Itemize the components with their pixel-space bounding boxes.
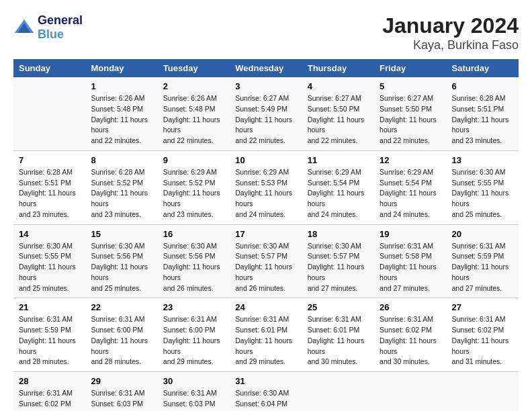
day-info: Sunrise: 6:29 AMSunset: 5:54 PMDaylight:… <box>308 167 369 220</box>
day-number: 5 <box>380 81 441 91</box>
calendar-cell: 30Sunrise: 6:31 AMSunset: 6:03 PMDayligh… <box>158 372 230 412</box>
day-number: 2 <box>163 81 224 91</box>
day-info: Sunrise: 6:31 AMSunset: 6:00 PMDaylight:… <box>163 314 224 367</box>
day-number: 12 <box>380 155 441 165</box>
day-number: 1 <box>91 81 152 91</box>
day-info: Sunrise: 6:31 AMSunset: 6:03 PMDaylight:… <box>163 388 224 411</box>
calendar-cell: 29Sunrise: 6:31 AMSunset: 6:03 PMDayligh… <box>85 372 157 412</box>
day-info: Sunrise: 6:29 AMSunset: 5:52 PMDaylight:… <box>163 167 224 220</box>
calendar-cell: 13Sunrise: 6:30 AMSunset: 5:55 PMDayligh… <box>447 150 519 224</box>
day-number: 29 <box>91 376 152 386</box>
day-info: Sunrise: 6:30 AMSunset: 5:55 PMDaylight:… <box>452 167 513 220</box>
calendar-cell <box>302 372 374 412</box>
calendar-cell: 11Sunrise: 6:29 AMSunset: 5:54 PMDayligh… <box>302 150 374 224</box>
day-number: 10 <box>235 155 296 165</box>
calendar-cell: 21Sunrise: 6:31 AMSunset: 5:59 PMDayligh… <box>13 298 85 372</box>
calendar-day-header: Sunday <box>13 59 85 77</box>
day-info: Sunrise: 6:31 AMSunset: 5:58 PMDaylight:… <box>380 241 441 294</box>
calendar-cell: 24Sunrise: 6:31 AMSunset: 6:01 PMDayligh… <box>230 298 302 372</box>
day-info: Sunrise: 6:30 AMSunset: 5:56 PMDaylight:… <box>163 241 224 294</box>
day-info: Sunrise: 6:31 AMSunset: 6:02 PMDaylight:… <box>380 314 441 367</box>
day-number: 16 <box>163 229 224 239</box>
calendar-cell: 18Sunrise: 6:30 AMSunset: 5:57 PMDayligh… <box>302 224 374 298</box>
calendar-week-row: 1Sunrise: 6:26 AMSunset: 5:48 PMDaylight… <box>13 77 519 150</box>
day-info: Sunrise: 6:26 AMSunset: 5:48 PMDaylight:… <box>91 93 152 146</box>
calendar-cell: 28Sunrise: 6:31 AMSunset: 6:02 PMDayligh… <box>13 372 85 412</box>
day-number: 22 <box>91 302 152 312</box>
calendar-day-header: Wednesday <box>230 59 302 77</box>
calendar-cell: 5Sunrise: 6:27 AMSunset: 5:50 PMDaylight… <box>374 77 446 150</box>
calendar-week-row: 7Sunrise: 6:28 AMSunset: 5:51 PMDaylight… <box>13 150 519 224</box>
page-subtitle: Kaya, Burkina Faso <box>382 38 519 52</box>
calendar-cell: 7Sunrise: 6:28 AMSunset: 5:51 PMDaylight… <box>13 150 85 224</box>
calendar-cell: 22Sunrise: 6:31 AMSunset: 6:00 PMDayligh… <box>85 298 157 372</box>
day-info: Sunrise: 6:31 AMSunset: 6:02 PMDaylight:… <box>19 388 80 411</box>
calendar-week-row: 14Sunrise: 6:30 AMSunset: 5:55 PMDayligh… <box>13 224 519 298</box>
calendar-cell: 20Sunrise: 6:31 AMSunset: 5:59 PMDayligh… <box>447 224 519 298</box>
day-info: Sunrise: 6:30 AMSunset: 5:57 PMDaylight:… <box>235 241 296 294</box>
day-info: Sunrise: 6:28 AMSunset: 5:51 PMDaylight:… <box>452 93 513 146</box>
calendar-cell: 2Sunrise: 6:26 AMSunset: 5:48 PMDaylight… <box>158 77 230 150</box>
day-info: Sunrise: 6:27 AMSunset: 5:50 PMDaylight:… <box>380 93 441 146</box>
calendar-cell: 25Sunrise: 6:31 AMSunset: 6:01 PMDayligh… <box>302 298 374 372</box>
page-title: January 2024 <box>382 13 519 38</box>
day-number: 28 <box>19 376 80 386</box>
calendar-cell: 19Sunrise: 6:31 AMSunset: 5:58 PMDayligh… <box>374 224 446 298</box>
calendar-cell: 23Sunrise: 6:31 AMSunset: 6:00 PMDayligh… <box>158 298 230 372</box>
day-info: Sunrise: 6:30 AMSunset: 6:04 PMDaylight:… <box>235 388 296 411</box>
day-number: 3 <box>235 81 296 91</box>
day-number: 6 <box>452 81 513 91</box>
day-number: 13 <box>452 155 513 165</box>
page-header: General Blue January 2024 Kaya, Burkina … <box>13 13 519 52</box>
day-number: 14 <box>19 229 80 239</box>
day-number: 19 <box>380 229 441 239</box>
calendar-cell: 3Sunrise: 6:27 AMSunset: 5:49 PMDaylight… <box>230 77 302 150</box>
calendar-cell: 17Sunrise: 6:30 AMSunset: 5:57 PMDayligh… <box>230 224 302 298</box>
calendar-day-header: Friday <box>374 59 446 77</box>
day-number: 24 <box>235 302 296 312</box>
calendar-cell: 14Sunrise: 6:30 AMSunset: 5:55 PMDayligh… <box>13 224 85 298</box>
day-info: Sunrise: 6:31 AMSunset: 6:01 PMDaylight:… <box>308 314 369 367</box>
calendar-cell: 8Sunrise: 6:28 AMSunset: 5:52 PMDaylight… <box>85 150 157 224</box>
calendar-cell: 26Sunrise: 6:31 AMSunset: 6:02 PMDayligh… <box>374 298 446 372</box>
day-number: 20 <box>452 229 513 239</box>
day-info: Sunrise: 6:31 AMSunset: 5:59 PMDaylight:… <box>452 241 513 294</box>
calendar-cell <box>374 372 446 412</box>
logo: General Blue <box>13 13 83 42</box>
day-number: 27 <box>452 302 513 312</box>
calendar-day-header: Tuesday <box>158 59 230 77</box>
day-info: Sunrise: 6:31 AMSunset: 6:00 PMDaylight:… <box>91 314 152 367</box>
day-number: 11 <box>308 155 369 165</box>
calendar-cell: 27Sunrise: 6:31 AMSunset: 6:02 PMDayligh… <box>447 298 519 372</box>
calendar-cell: 9Sunrise: 6:29 AMSunset: 5:52 PMDaylight… <box>158 150 230 224</box>
day-number: 26 <box>380 302 441 312</box>
calendar-day-header: Thursday <box>302 59 374 77</box>
day-number: 30 <box>163 376 224 386</box>
logo-icon <box>13 17 35 38</box>
calendar-cell: 4Sunrise: 6:27 AMSunset: 5:50 PMDaylight… <box>302 77 374 150</box>
day-number: 21 <box>19 302 80 312</box>
calendar-cell: 12Sunrise: 6:29 AMSunset: 5:54 PMDayligh… <box>374 150 446 224</box>
logo-text: General Blue <box>38 13 83 42</box>
day-info: Sunrise: 6:27 AMSunset: 5:49 PMDaylight:… <box>235 93 296 146</box>
calendar-cell: 16Sunrise: 6:30 AMSunset: 5:56 PMDayligh… <box>158 224 230 298</box>
day-number: 23 <box>163 302 224 312</box>
calendar-table: SundayMondayTuesdayWednesdayThursdayFrid… <box>13 59 519 411</box>
day-number: 18 <box>308 229 369 239</box>
day-info: Sunrise: 6:27 AMSunset: 5:50 PMDaylight:… <box>308 93 369 146</box>
day-info: Sunrise: 6:29 AMSunset: 5:53 PMDaylight:… <box>235 167 296 220</box>
day-number: 15 <box>91 229 152 239</box>
day-number: 25 <box>308 302 369 312</box>
calendar-week-row: 28Sunrise: 6:31 AMSunset: 6:02 PMDayligh… <box>13 372 519 412</box>
day-number: 17 <box>235 229 296 239</box>
calendar-cell: 6Sunrise: 6:28 AMSunset: 5:51 PMDaylight… <box>447 77 519 150</box>
calendar-day-header: Monday <box>85 59 157 77</box>
calendar-cell <box>13 77 85 150</box>
title-block: January 2024 Kaya, Burkina Faso <box>382 13 519 52</box>
day-number: 7 <box>19 155 80 165</box>
day-info: Sunrise: 6:31 AMSunset: 6:01 PMDaylight:… <box>235 314 296 367</box>
day-info: Sunrise: 6:31 AMSunset: 6:03 PMDaylight:… <box>91 388 152 411</box>
calendar-header-row: SundayMondayTuesdayWednesdayThursdayFrid… <box>13 59 519 77</box>
calendar-cell: 10Sunrise: 6:29 AMSunset: 5:53 PMDayligh… <box>230 150 302 224</box>
day-number: 8 <box>91 155 152 165</box>
